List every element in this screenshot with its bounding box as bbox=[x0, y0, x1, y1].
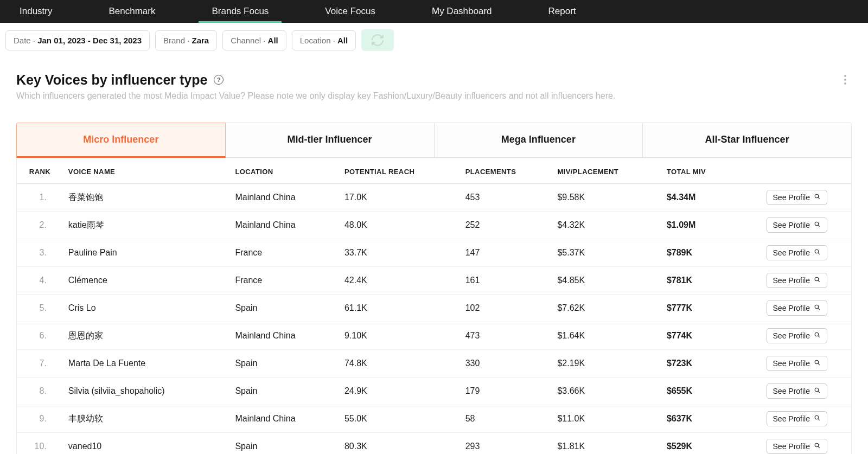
cell-total-miv: $655K bbox=[661, 378, 759, 405]
table-row: 10.vaned10Spain80.3K293$1.81K$529KSee Pr… bbox=[17, 433, 851, 455]
see-profile-button[interactable]: See Profile bbox=[767, 328, 827, 343]
svg-line-3 bbox=[818, 225, 820, 227]
nav-item-report[interactable]: Report bbox=[535, 0, 589, 23]
svg-point-0 bbox=[815, 194, 819, 198]
cell-total-miv: $777K bbox=[661, 295, 759, 322]
cell-total-miv: $529K bbox=[661, 433, 759, 455]
see-profile-button[interactable]: See Profile bbox=[767, 245, 827, 260]
filter-location[interactable]: Location · All bbox=[292, 30, 356, 50]
see-profile-button[interactable]: See Profile bbox=[767, 439, 827, 454]
svg-line-13 bbox=[818, 363, 820, 365]
search-icon bbox=[814, 359, 821, 368]
cell-reach: 61.1K bbox=[339, 295, 460, 322]
svg-point-10 bbox=[815, 332, 819, 336]
svg-point-6 bbox=[815, 277, 819, 281]
cell-action: See Profile bbox=[759, 378, 851, 405]
svg-line-17 bbox=[818, 419, 820, 420]
cell-reach: 17.0K bbox=[339, 184, 460, 212]
cell-placements: 293 bbox=[460, 433, 552, 455]
filter-channel[interactable]: Channel · All bbox=[222, 30, 286, 50]
tab-all-star-influencer[interactable]: All-Star Influencer bbox=[643, 123, 852, 158]
cell-mivp: $4.32K bbox=[552, 212, 661, 239]
search-icon bbox=[814, 193, 821, 202]
see-profile-label: See Profile bbox=[773, 442, 810, 451]
cell-rank: 4. bbox=[17, 267, 63, 295]
filter-location-label: Location · bbox=[300, 36, 337, 45]
svg-point-12 bbox=[815, 360, 819, 364]
refresh-icon bbox=[371, 33, 385, 47]
table-row: 9.丰腴幼软Mainland China55.0K58$11.0K$637KSe… bbox=[17, 405, 851, 433]
see-profile-button[interactable]: See Profile bbox=[767, 190, 827, 205]
svg-point-4 bbox=[815, 250, 819, 253]
filter-bar: Date · Jan 01, 2023 - Dec 31, 2023 Brand… bbox=[0, 23, 868, 57]
cell-location: Mainland China bbox=[229, 405, 339, 433]
see-profile-label: See Profile bbox=[773, 331, 810, 340]
cell-voice-name: 恩恩的家 bbox=[63, 322, 230, 350]
cell-action: See Profile bbox=[759, 295, 851, 322]
cell-rank: 7. bbox=[17, 350, 63, 378]
search-icon bbox=[814, 442, 821, 451]
nav-item-benchmark[interactable]: Benchmark bbox=[95, 0, 168, 23]
tab-mid-tier-influencer[interactable]: Mid-tier Influencer bbox=[226, 123, 435, 158]
cell-voice-name: Marta De La Fuente bbox=[63, 350, 230, 378]
nav-item-industry[interactable]: Industry bbox=[7, 0, 65, 23]
see-profile-button[interactable]: See Profile bbox=[767, 411, 827, 426]
cell-rank: 6. bbox=[17, 322, 63, 350]
filter-date-value: Jan 01, 2023 - Dec 31, 2023 bbox=[37, 36, 142, 45]
cell-mivp: $3.66K bbox=[552, 378, 661, 405]
see-profile-label: See Profile bbox=[773, 387, 810, 395]
cell-location: Spain bbox=[229, 378, 339, 405]
see-profile-button[interactable]: See Profile bbox=[767, 273, 827, 288]
cell-voice-name: Silvia (silviia_shopaholic) bbox=[63, 378, 230, 405]
apply-filters-button[interactable] bbox=[361, 29, 394, 51]
see-profile-label: See Profile bbox=[773, 304, 810, 312]
filter-brand[interactable]: Brand · Zara bbox=[155, 30, 217, 50]
see-profile-button[interactable]: See Profile bbox=[767, 218, 827, 233]
cell-reach: 42.4K bbox=[339, 267, 460, 295]
filter-date[interactable]: Date · Jan 01, 2023 - Dec 31, 2023 bbox=[5, 30, 150, 50]
cell-rank: 2. bbox=[17, 212, 63, 239]
tab-micro-influencer[interactable]: Micro Influencer bbox=[16, 123, 226, 158]
col-miv-per-placement[interactable]: MIV/PLACEMENT bbox=[552, 158, 661, 184]
cell-location: Mainland China bbox=[229, 184, 339, 212]
table-row: 8.Silvia (silviia_shopaholic)Spain24.9K1… bbox=[17, 378, 851, 405]
table-row: 4.ClémenceFrance42.4K161$4.85K$781KSee P… bbox=[17, 267, 851, 295]
see-profile-label: See Profile bbox=[773, 221, 810, 229]
cell-voice-name: 丰腴幼软 bbox=[63, 405, 230, 433]
table-row: 3.Pauline PainFrance33.7K147$5.37K$789KS… bbox=[17, 239, 851, 267]
cell-reach: 9.10K bbox=[339, 322, 460, 350]
cell-mivp: $9.58K bbox=[552, 184, 661, 212]
cell-total-miv: $789K bbox=[661, 239, 759, 267]
see-profile-button[interactable]: See Profile bbox=[767, 356, 827, 371]
cell-voice-name: katie雨琴 bbox=[63, 212, 230, 239]
table-row: 5.Cris LoSpain61.1K102$7.62K$777KSee Pro… bbox=[17, 295, 851, 322]
col-voice-name[interactable]: VOICE NAME bbox=[63, 158, 230, 184]
see-profile-label: See Profile bbox=[773, 276, 810, 285]
nav-item-brands-focus[interactable]: Brands Focus bbox=[199, 0, 282, 23]
more-menu-icon[interactable] bbox=[839, 72, 852, 88]
see-profile-button[interactable]: See Profile bbox=[767, 300, 827, 316]
col-action bbox=[759, 158, 851, 184]
page-title: Key Voices by influencer type bbox=[16, 72, 207, 88]
see-profile-label: See Profile bbox=[773, 248, 810, 257]
filter-channel-value: All bbox=[268, 36, 278, 45]
nav-item-my-dashboard[interactable]: My Dashboard bbox=[419, 0, 505, 23]
col-rank[interactable]: RANK bbox=[17, 158, 63, 184]
col-placements[interactable]: PLACEMENTS bbox=[460, 158, 552, 184]
search-icon bbox=[814, 304, 821, 312]
cell-mivp: $5.37K bbox=[552, 239, 661, 267]
nav-item-voice-focus[interactable]: Voice Focus bbox=[312, 0, 388, 23]
tab-mega-influencer[interactable]: Mega Influencer bbox=[435, 123, 643, 158]
cell-total-miv: $774K bbox=[661, 322, 759, 350]
help-icon[interactable]: ? bbox=[214, 75, 224, 85]
search-icon bbox=[814, 414, 821, 423]
cell-reach: 33.7K bbox=[339, 239, 460, 267]
cell-voice-name: Cris Lo bbox=[63, 295, 230, 322]
col-location[interactable]: LOCATION bbox=[229, 158, 339, 184]
col-total-miv[interactable]: TOTAL MIV bbox=[661, 158, 759, 184]
cell-total-miv: $1.09M bbox=[661, 212, 759, 239]
svg-line-9 bbox=[818, 308, 820, 310]
see-profile-button[interactable]: See Profile bbox=[767, 383, 827, 399]
col-potential-reach[interactable]: POTENTIAL REACH bbox=[339, 158, 460, 184]
cell-rank: 10. bbox=[17, 433, 63, 455]
